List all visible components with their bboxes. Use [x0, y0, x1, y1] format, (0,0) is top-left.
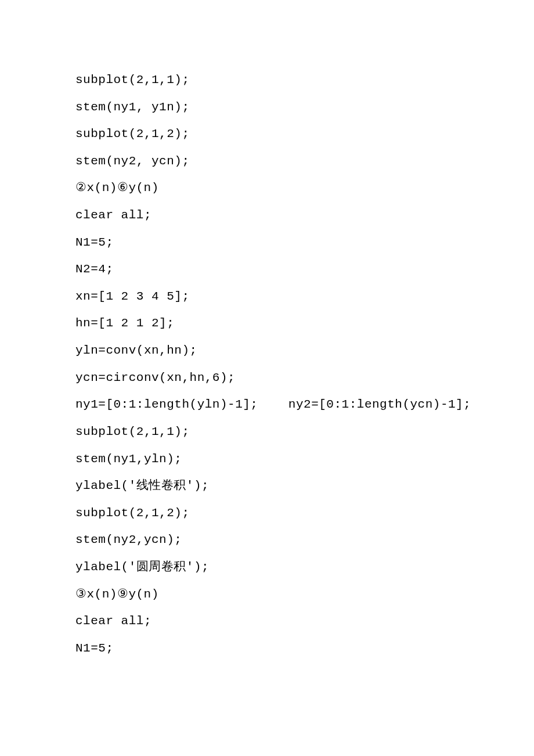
code-line: stem(ny2,ycn);: [75, 527, 459, 554]
code-line: clear all;: [75, 202, 459, 229]
code-block: subplot(2,1,1); stem(ny1, y1n); subplot(…: [75, 67, 459, 662]
code-line: subplot(2,1,2);: [75, 121, 459, 148]
code-line: ny1=[0:1:length(yln)-1]; ny2=[0:1:length…: [75, 391, 459, 419]
code-line: clear all;: [75, 608, 459, 635]
code-line: ylabel('圆周卷积');: [75, 554, 459, 581]
code-line: N2=4;: [75, 256, 459, 283]
code-line: yln=conv(xn,hn);: [75, 337, 459, 365]
code-line: N1=5;: [75, 229, 459, 257]
code-line: hn=[1 2 1 2];: [75, 310, 459, 337]
code-line: stem(ny1, y1n);: [75, 94, 459, 121]
code-line: ②x(n)⑥y(n): [75, 175, 459, 202]
code-line: ③x(n)⑨y(n): [75, 581, 459, 609]
code-line: ycn=circonv(xn,hn,6);: [75, 365, 459, 392]
code-line: stem(ny2, ycn);: [75, 148, 459, 175]
code-line: subplot(2,1,1);: [75, 67, 459, 94]
code-line: stem(ny1,yln);: [75, 446, 459, 473]
code-line: xn=[1 2 3 4 5];: [75, 283, 459, 311]
code-line: N1=5;: [75, 635, 459, 663]
code-line: ylabel('线性卷积');: [75, 473, 459, 500]
code-line: subplot(2,1,1);: [75, 419, 459, 446]
code-line: subplot(2,1,2);: [75, 500, 459, 527]
